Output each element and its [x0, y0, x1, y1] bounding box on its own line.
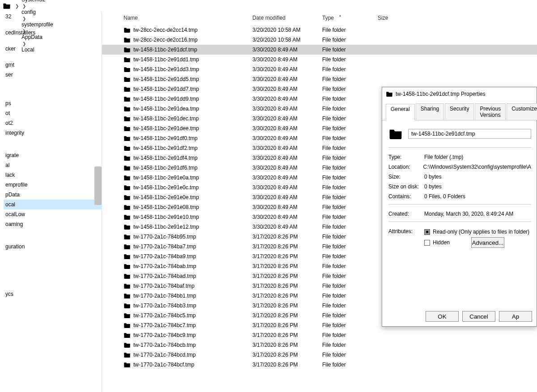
- file-date: 3/30/2020 8:49 AM: [252, 66, 322, 72]
- file-type: File folder: [322, 155, 378, 161]
- tab-customize[interactable]: Customize: [507, 103, 537, 120]
- list-header: Name ▴ Date modified Type Size: [102, 12, 537, 24]
- folder-icon: [124, 56, 131, 63]
- tree-item[interactable]: al: [4, 160, 102, 170]
- cancel-button[interactable]: Cancel: [462, 311, 495, 322]
- advanced-button[interactable]: Advanced...: [471, 237, 504, 248]
- file-type: File folder: [322, 204, 378, 210]
- tree-item[interactable]: pData: [4, 190, 102, 200]
- file-name: tw-1770-2a1c-784ba9.tmp: [133, 253, 252, 260]
- folder-icon: [124, 115, 131, 122]
- properties-dialog: tw-1458-11bc-2e91dcf.tmp Properties Gene…: [382, 87, 537, 327]
- breadcrumb-sep: ❯: [21, 4, 28, 9]
- folder-icon: [124, 312, 131, 319]
- tab-previous-versions[interactable]: Previous Versions: [475, 103, 506, 120]
- folder-icon: [124, 332, 131, 339]
- tree-item[interactable]: ser: [4, 70, 102, 80]
- file-name: tw-1458-11bc-2e91e12.tmp: [133, 224, 252, 230]
- file-type: File folder: [322, 66, 378, 72]
- tree-item[interactable]: ocal: [4, 200, 102, 209]
- file-row[interactable]: tw-1458-11bc-2e91dcf.tmp3/30/2020 8:49 A…: [102, 45, 537, 55]
- file-name: tw-1458-11bc-2e91dd5.tmp: [133, 76, 252, 82]
- tree-item[interactable]: oaming: [4, 219, 102, 229]
- file-type: File folder: [322, 273, 378, 279]
- file-type: File folder: [322, 224, 378, 230]
- file-row[interactable]: tw-1770-2a1c-784bc9.tmp3/17/2020 8:26 PM…: [102, 330, 537, 340]
- folder-icon: [124, 26, 131, 34]
- file-type: File folder: [322, 194, 378, 200]
- breadcrumb-bar: ❯ This PC❯Local Disk (C:)❯Windows❯System…: [0, 0, 537, 12]
- breadcrumb-system32[interactable]: System32: [21, 0, 58, 3]
- hidden-checkbox[interactable]: [424, 240, 430, 246]
- file-name: tw-1770-2a1c-784baf.tmp: [133, 283, 252, 289]
- tab-general[interactable]: General: [386, 104, 415, 120]
- file-row[interactable]: tw-1770-2a1c-784bcf.tmp3/17/2020 8:26 PM…: [102, 360, 537, 370]
- file-type: File folder: [322, 145, 378, 151]
- file-row[interactable]: tw-28cc-2ecc-de2cc14.tmp3/20/2020 10:58 …: [102, 25, 537, 35]
- tree-item[interactable]: ot2: [4, 118, 102, 128]
- tree-item[interactable]: integrity: [4, 128, 102, 138]
- tab-sharing[interactable]: Sharing: [416, 103, 444, 120]
- tree-item[interactable]: cker: [4, 44, 102, 54]
- file-type: File folder: [322, 86, 378, 92]
- file-row[interactable]: tw-1458-11bc-2e91dd5.tmp3/30/2020 8:49 A…: [102, 74, 537, 84]
- file-type: File folder: [322, 184, 378, 191]
- col-header-date[interactable]: Date modified: [252, 15, 322, 21]
- file-row[interactable]: tw-1458-11bc-2e91dd1.tmp3/30/2020 8:49 A…: [102, 55, 537, 64]
- col-header-size[interactable]: Size: [378, 15, 413, 21]
- folder-icon: [124, 95, 131, 102]
- tree-item[interactable]: emprofile: [4, 180, 102, 190]
- folder-icon: [124, 361, 131, 368]
- tab-security[interactable]: Security: [445, 103, 474, 120]
- tree-item[interactable]: ot: [4, 108, 102, 118]
- file-row[interactable]: tw-1770-2a1c-784bcd.tmp3/17/2020 8:26 PM…: [102, 350, 537, 360]
- ok-button[interactable]: OK: [426, 311, 459, 322]
- file-date: 3/17/2020 8:26 PM: [252, 362, 322, 368]
- file-date: 3/30/2020 8:49 AM: [252, 47, 322, 53]
- tree-item[interactable]: gmt: [4, 60, 102, 70]
- tree-item[interactable]: ycs: [4, 289, 102, 299]
- file-date: 3/17/2020 8:26 PM: [252, 253, 322, 260]
- file-name: tw-28cc-2ecc-de2cc16.tmp: [133, 37, 252, 43]
- file-date: 3/17/2020 8:26 PM: [252, 283, 322, 289]
- file-type: File folder: [322, 96, 378, 102]
- file-row[interactable]: tw-1458-11bc-2e91dd3.tmp3/30/2020 8:49 A…: [102, 64, 537, 74]
- properties-name-input[interactable]: [408, 129, 531, 139]
- file-name: tw-1770-2a1c-784bab.tmp: [133, 263, 252, 269]
- tree-item[interactable]: guration: [4, 242, 102, 251]
- file-date: 3/17/2020 8:26 PM: [252, 234, 322, 240]
- folder-icon: [124, 76, 131, 83]
- tree-item[interactable]: igrate: [4, 150, 102, 160]
- file-date: 3/30/2020 8:49 AM: [252, 115, 322, 122]
- file-date: 3/30/2020 8:49 AM: [252, 194, 322, 200]
- folder-icon: [388, 127, 403, 141]
- tree-item[interactable]: 32: [4, 12, 102, 21]
- nav-tree[interactable]: 32cedInstallersckergmtserpsotot2integrit…: [0, 12, 102, 392]
- col-header-name[interactable]: Name: [124, 15, 252, 21]
- file-type: File folder: [322, 37, 378, 43]
- file-name: tw-1770-2a1c-784b95.tmp: [133, 234, 252, 240]
- file-name: tw-1458-11bc-2e91dcf.tmp: [133, 47, 252, 53]
- properties-titlebar[interactable]: tw-1458-11bc-2e91dcf.tmp Properties: [382, 87, 537, 101]
- file-date: 3/30/2020 8:49 AM: [252, 165, 322, 171]
- file-name: tw-1458-11bc-2e91e0a.tmp: [133, 175, 252, 181]
- folder-icon: [124, 213, 131, 221]
- file-date: 3/30/2020 8:49 AM: [252, 56, 322, 63]
- col-header-type[interactable]: Type: [322, 15, 378, 21]
- folder-icon: [124, 36, 131, 43]
- readonly-checkbox[interactable]: ■: [424, 229, 430, 235]
- file-row[interactable]: tw-28cc-2ecc-de2cc16.tmp3/20/2020 10:58 …: [102, 35, 537, 45]
- apply-button[interactable]: Ap: [499, 311, 532, 322]
- tree-item[interactable]: lack: [4, 170, 102, 180]
- folder-icon: [124, 223, 131, 230]
- properties-tabs: GeneralSharingSecurityPrevious VersionsC…: [382, 101, 537, 120]
- file-type: File folder: [322, 342, 378, 348]
- folder-icon: [386, 90, 393, 98]
- file-row[interactable]: tw-1770-2a1c-784bcb.tmp3/17/2020 8:26 PM…: [102, 340, 537, 350]
- tree-item[interactable]: cedInstallers: [4, 28, 102, 38]
- tree-scrollbar-thumb[interactable]: [94, 166, 102, 205]
- tree-item[interactable]: ps: [4, 98, 102, 108]
- tree-item[interactable]: ocalLow: [4, 209, 102, 219]
- file-type: File folder: [322, 165, 378, 171]
- prop-size-value: 0 bytes: [424, 172, 531, 182]
